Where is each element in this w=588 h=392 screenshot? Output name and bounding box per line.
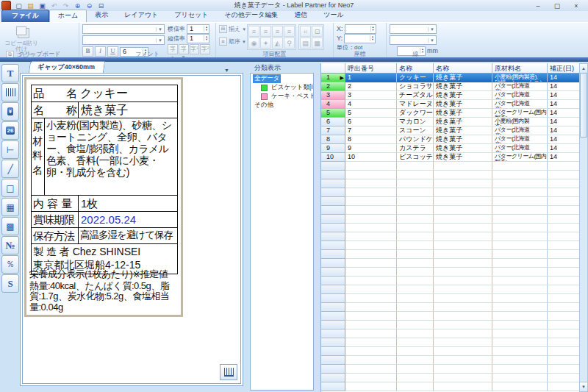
align-center-icon[interactable]: ≡ (260, 26, 271, 37)
table-cell[interactable]: ダックワーズ (397, 109, 434, 118)
zoom-out-button[interactable]: ⊖ (84, 1, 95, 10)
table-cell[interactable] (397, 232, 434, 241)
row-header[interactable] (321, 232, 345, 241)
table-row[interactable] (321, 382, 581, 391)
tab-その他データ編集[interactable]: その他データ編集 (216, 10, 286, 22)
table-cell[interactable] (345, 179, 397, 188)
select-all-icon[interactable]: ⊡ (312, 26, 323, 37)
table-cell[interactable]: マドレーヌ (397, 100, 434, 109)
tab-file[interactable]: ファイル (1, 10, 49, 22)
close-button[interactable]: × (570, 1, 582, 10)
table-cell[interactable] (492, 250, 548, 259)
table-cell[interactable] (345, 382, 397, 391)
label-row-product[interactable]: 品 名 クッキー (32, 85, 177, 102)
date-tool[interactable]: 26 (1, 121, 19, 140)
table-cell[interactable] (434, 268, 492, 277)
table-cell[interactable] (492, 338, 548, 347)
table-cell[interactable] (345, 232, 397, 241)
table-cell[interactable] (434, 382, 492, 391)
table-cell[interactable] (397, 162, 434, 171)
label-nutrition[interactable]: 栄養成分表示(1枚あたり)※推定値 熱量:40kcal、たんぱく質:0.5g、脂… (29, 269, 179, 313)
table-cell[interactable] (434, 294, 492, 303)
row-header[interactable] (321, 321, 345, 329)
row-header[interactable] (321, 250, 345, 259)
table-cell[interactable]: 14 (548, 153, 580, 162)
table-row[interactable]: 77スコーン焼き菓子バター(北海道産)、…14 (321, 126, 581, 135)
font-family-select[interactable]: ▼ (82, 24, 165, 34)
table-row[interactable] (321, 224, 581, 232)
row-header[interactable]: 5 (321, 109, 345, 118)
table-cell[interactable]: バター(北海道産)、… (492, 100, 548, 109)
table-row[interactable] (321, 250, 581, 259)
row-header[interactable]: 2 (321, 82, 345, 91)
table-cell[interactable] (548, 224, 580, 232)
table-row[interactable] (321, 329, 581, 338)
table-cell[interactable] (345, 162, 397, 171)
table-cell[interactable] (492, 171, 548, 179)
table-cell[interactable] (345, 206, 397, 215)
copy-paste-button[interactable]: コピー&貼り付け (3, 24, 40, 51)
row-header[interactable] (321, 215, 345, 224)
table-cell[interactable]: 焼き菓子 (434, 153, 492, 162)
table-cell[interactable]: 10 (345, 153, 397, 162)
table-cell[interactable]: 4 (345, 100, 397, 109)
table-cell[interactable]: 8 (345, 135, 397, 144)
table-cell[interactable] (434, 259, 492, 268)
row-header[interactable] (321, 241, 345, 250)
table-cell[interactable] (397, 250, 434, 259)
table-scrollbar[interactable]: ▲ ▼ (579, 63, 588, 392)
table-cell[interactable] (548, 338, 580, 347)
row-header[interactable] (321, 224, 345, 232)
corner-line-tool[interactable]: ⊢ (1, 140, 19, 159)
row-header[interactable] (321, 312, 345, 321)
table-cell[interactable] (548, 171, 580, 179)
tab-表示[interactable]: 表示 (87, 10, 116, 22)
table-cell[interactable] (345, 215, 397, 224)
table-cell[interactable]: ビスコッティ (397, 153, 434, 162)
table-cell[interactable]: 6 (345, 118, 397, 126)
table-cell[interactable] (397, 374, 434, 382)
table-cell[interactable] (548, 232, 580, 241)
table-cell[interactable] (548, 215, 580, 224)
table-cell[interactable] (397, 259, 434, 268)
order-menu-button[interactable]: ⧈順序▼ (219, 37, 247, 46)
table-cell[interactable] (434, 303, 492, 312)
table-row[interactable]: 66マカロン焼き菓子小麦粉(国内製造)、…14 (321, 118, 581, 126)
row-header[interactable] (321, 303, 345, 312)
table-cell[interactable] (548, 250, 580, 259)
column-header[interactable]: 名称 (397, 63, 434, 73)
tab-プリセット[interactable]: プリセット (166, 10, 216, 22)
row-header[interactable] (321, 365, 345, 374)
label-sticker[interactable]: 品 名 クッキー 名 称 焼き菓子 原材料名 小麦粉(国内製造)、砂糖、ショート… (24, 77, 183, 317)
table-cell[interactable] (397, 268, 434, 277)
table-row[interactable] (321, 171, 581, 179)
table-cell[interactable]: 焼き菓子 (434, 126, 492, 135)
table-cell[interactable]: 小麦粉(国内製造)、… (492, 118, 548, 126)
numbering-tool[interactable]: № (1, 236, 19, 254)
table-cell[interactable]: チーズタルト (397, 91, 434, 100)
table-row[interactable] (321, 197, 581, 206)
table-cell[interactable] (434, 162, 492, 171)
table-cell[interactable] (397, 277, 434, 285)
table-cell[interactable] (345, 329, 397, 338)
table-cell[interactable] (397, 179, 434, 188)
row-header[interactable] (321, 294, 345, 303)
pin-icon[interactable]: ✦ (260, 38, 271, 49)
row-header[interactable] (321, 171, 345, 179)
table-cell[interactable]: 焼き菓子 (434, 82, 492, 91)
table-cell[interactable] (548, 206, 580, 215)
table-cell[interactable] (397, 347, 434, 356)
new-button[interactable]: ▢ (13, 1, 24, 10)
row-header[interactable] (321, 329, 345, 338)
table-row[interactable] (321, 303, 581, 312)
table-cell[interactable]: 14 (548, 91, 580, 100)
table-cell[interactable] (397, 312, 434, 321)
table-cell[interactable] (548, 303, 580, 312)
table-row[interactable]: 88パウンドケーキ焼き菓子バター(北海道産)、…14 (321, 135, 581, 144)
table-cell[interactable]: バタークリーム(国内製造)、… (492, 153, 548, 162)
table-cell[interactable] (434, 347, 492, 356)
font-style-select[interactable]: ▼ (82, 35, 165, 45)
table-cell[interactable] (434, 338, 492, 347)
table-cell[interactable] (492, 312, 548, 321)
table-row[interactable] (321, 338, 581, 347)
